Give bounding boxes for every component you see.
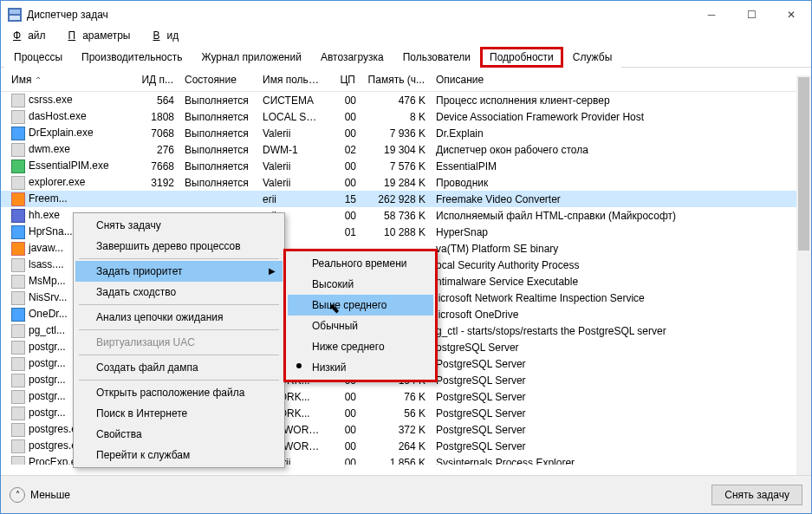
- process-icon: [11, 94, 25, 107]
- menubar: Файл Параметры Вид: [1, 29, 811, 46]
- tab-0[interactable]: Процессы: [4, 47, 72, 68]
- process-icon: [11, 110, 25, 124]
- process-icon: [11, 176, 25, 190]
- tab-3[interactable]: Автозагрузка: [311, 47, 393, 68]
- context-item[interactable]: Задать сходство: [75, 282, 283, 303]
- titlebar: Диспетчер задач ─ ☐ ✕: [1, 1, 811, 29]
- menu-view[interactable]: Вид: [146, 29, 192, 44]
- maximize-button[interactable]: ☐: [731, 1, 771, 29]
- tab-4[interactable]: Пользователи: [393, 47, 480, 68]
- process-icon: [11, 192, 25, 206]
- table-row[interactable]: explorer.exe3192ВыполняетсяValerii0019 2…: [1, 174, 811, 191]
- table-row[interactable]: EssentialPIM.exe7668ВыполняетсяValerii00…: [1, 158, 811, 174]
- table-row[interactable]: dasHost.exe1808ВыполняетсяLOCAL SE...008…: [1, 108, 811, 125]
- context-item[interactable]: Поиск в Интернете: [75, 403, 283, 424]
- process-icon: [11, 357, 25, 371]
- menu-options[interactable]: Параметры: [62, 29, 145, 44]
- context-menu: Снять задачуЗавершить дерево процессовЗа…: [73, 212, 285, 468]
- process-icon: [11, 127, 25, 140]
- minimize-button[interactable]: ─: [692, 1, 731, 29]
- chevron-up-icon: ˄: [10, 487, 25, 503]
- process-icon: [11, 242, 25, 256]
- priority-item[interactable]: Выше среднего: [288, 295, 433, 316]
- col-mem[interactable]: Память (ч...: [361, 70, 431, 89]
- fewer-label: Меньше: [30, 489, 70, 501]
- process-icon: [11, 423, 25, 437]
- context-item[interactable]: Перейти к службам: [75, 445, 283, 465]
- process-icon: [11, 143, 25, 157]
- context-item[interactable]: Завершить дерево процессов: [75, 236, 283, 257]
- priority-item[interactable]: Высокий: [288, 274, 433, 295]
- process-icon: [11, 209, 25, 223]
- priority-item[interactable]: Обычный: [288, 316, 433, 336]
- tab-5[interactable]: Подробности: [480, 47, 563, 68]
- col-pid[interactable]: ИД п...: [127, 70, 179, 89]
- priority-item[interactable]: Низкий: [288, 357, 433, 378]
- menu-file[interactable]: Файл: [6, 29, 60, 44]
- context-item[interactable]: Снять задачу: [75, 215, 283, 236]
- window-title: Диспетчер задач: [27, 9, 692, 21]
- context-item[interactable]: Открыть расположение файла: [75, 382, 283, 403]
- process-icon: [11, 407, 25, 420]
- col-state[interactable]: Состояние: [179, 70, 257, 89]
- table-row[interactable]: DrExplain.exe7068ВыполняетсяValerii007 9…: [1, 125, 811, 141]
- process-icon: [11, 258, 25, 272]
- tab-6[interactable]: Службы: [563, 47, 621, 68]
- process-icon: [11, 275, 25, 289]
- column-headers: Имя ИД п... Состояние Имя польз... ЦП Па…: [1, 68, 811, 92]
- process-icon: [11, 374, 25, 387]
- process-icon: [11, 439, 25, 453]
- col-desc[interactable]: Описание: [431, 70, 811, 89]
- col-user[interactable]: Имя польз...: [257, 70, 327, 89]
- context-item: Виртуализация UAC: [75, 332, 283, 353]
- tab-2[interactable]: Журнал приложений: [192, 47, 311, 68]
- tab-1[interactable]: Производительность: [72, 47, 192, 68]
- tabs: ПроцессыПроизводительностьЖурнал приложе…: [1, 46, 811, 68]
- end-task-button[interactable]: Снять задачу: [711, 485, 802, 505]
- context-item[interactable]: Анализ цепочки ожидания: [75, 307, 283, 328]
- scrollbar-thumb[interactable]: [798, 77, 809, 250]
- process-icon: [11, 291, 25, 305]
- svg-rect-2: [10, 16, 20, 20]
- fewer-details[interactable]: ˄ Меньше: [10, 487, 70, 503]
- process-icon: [11, 225, 25, 239]
- process-icon: [11, 390, 25, 404]
- table-row[interactable]: csrss.exe564ВыполняетсяСИСТЕМА00476 KПро…: [1, 92, 811, 108]
- footer: ˄ Меньше Снять задачу: [1, 475, 811, 513]
- priority-item[interactable]: Реального времени: [288, 253, 433, 274]
- process-icon: [11, 324, 25, 338]
- table-row[interactable]: dwm.exe276ВыполняетсяDWM-10219 304 KДисп…: [1, 141, 811, 158]
- vertical-scrollbar[interactable]: [796, 75, 811, 475]
- close-button[interactable]: ✕: [771, 1, 811, 29]
- process-icon: [11, 456, 25, 465]
- priority-submenu: Реального времениВысокийВыше среднегоОбы…: [283, 249, 438, 382]
- app-icon: [8, 8, 22, 22]
- svg-rect-1: [10, 10, 20, 14]
- col-name[interactable]: Имя: [6, 70, 127, 89]
- context-item[interactable]: Создать файл дампа: [75, 357, 283, 378]
- process-icon: [11, 308, 25, 322]
- context-item[interactable]: Задать приоритет▶: [75, 261, 283, 282]
- context-item[interactable]: Свойства: [75, 424, 283, 445]
- priority-item[interactable]: Ниже среднего: [288, 336, 433, 357]
- col-cpu[interactable]: ЦП: [327, 70, 361, 89]
- table-row[interactable]: Freem...erii15262 928 KFreemake Video Co…: [1, 191, 811, 207]
- process-icon: [11, 159, 25, 173]
- process-icon: [11, 341, 25, 355]
